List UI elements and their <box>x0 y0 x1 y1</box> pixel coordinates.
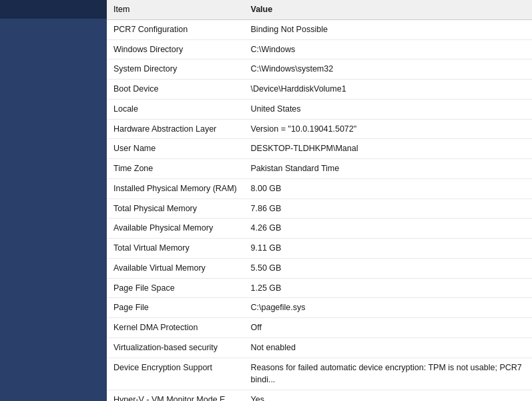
table-cell-item: Time Zone <box>107 159 244 179</box>
table-cell-value: United States <box>244 99 532 119</box>
table-cell-value: Yes <box>244 390 532 402</box>
table-cell-item: Available Physical Memory <box>107 219 244 239</box>
table-cell-item: Hyper-V - VM Monitor Mode E... <box>107 390 244 402</box>
table-row: Boot Device\Device\HarddiskVolume1 <box>107 80 532 100</box>
table-cell-value: 4.26 GB <box>244 219 532 239</box>
table-cell-item: System Directory <box>107 59 244 80</box>
table-cell-item: PCR7 Configuration <box>107 19 244 39</box>
table-cell-item: Boot Device <box>107 80 244 100</box>
table-cell-value: 5.50 GB <box>244 258 532 278</box>
table-cell-item: Installed Physical Memory (RAM) <box>107 178 244 198</box>
table-cell-value: 9.11 GB <box>244 239 532 259</box>
col-header-value: Value <box>244 0 532 19</box>
table-cell-value: Not enabled <box>244 338 532 358</box>
table-row: Windows DirectoryC:\Windows <box>107 39 532 59</box>
table-cell-item: Kernel DMA Protection <box>107 318 244 338</box>
table-cell-item: Virtualization-based security <box>107 338 244 358</box>
table-cell-value: Off <box>244 318 532 338</box>
table-cell-value: Pakistan Standard Time <box>244 159 532 179</box>
table-row: Kernel DMA ProtectionOff <box>107 318 532 338</box>
system-info-table-container: Item Value PCR7 ConfigurationBinding Not… <box>107 0 532 401</box>
table-cell-value: Reasons for failed automatic device encr… <box>244 358 532 390</box>
table-cell-item: Locale <box>107 99 244 119</box>
table-row: Hardware Abstraction LayerVersion = "10.… <box>107 119 532 139</box>
table-cell-item: Total Physical Memory <box>107 198 244 219</box>
table-row: Time ZonePakistan Standard Time <box>107 159 532 179</box>
table-cell-value: 8.00 GB <box>244 178 532 198</box>
table-row: Page FileC:\pagefile.sys <box>107 298 532 318</box>
table-header-row: Item Value <box>107 0 532 19</box>
table-row: System DirectoryC:\Windows\system32 <box>107 59 532 80</box>
table-row: Hyper-V - VM Monitor Mode E...Yes <box>107 390 532 402</box>
table-row: Total Virtual Memory9.11 GB <box>107 239 532 259</box>
table-cell-item: Total Virtual Memory <box>107 239 244 259</box>
table-row: Installed Physical Memory (RAM)8.00 GB <box>107 178 532 198</box>
table-row: Virtualization-based securityNot enabled <box>107 338 532 358</box>
table-row: Total Physical Memory7.86 GB <box>107 198 532 219</box>
col-header-item: Item <box>107 0 244 19</box>
table-row: LocaleUnited States <box>107 99 532 119</box>
table-row: PCR7 ConfigurationBinding Not Possible <box>107 19 532 39</box>
table-cell-value: Version = "10.0.19041.5072" <box>244 119 532 139</box>
system-info-table: Item Value PCR7 ConfigurationBinding Not… <box>107 0 532 401</box>
table-cell-value: C:\Windows <box>244 39 532 59</box>
table-cell-value: \Device\HarddiskVolume1 <box>244 80 532 100</box>
table-row: User NameDESKTOP-TLDHKPM\Manal <box>107 139 532 159</box>
table-cell-value: C:\Windows\system32 <box>244 59 532 80</box>
table-cell-item: User Name <box>107 139 244 159</box>
table-cell-value: Binding Not Possible <box>244 19 532 39</box>
table-row: Available Physical Memory4.26 GB <box>107 219 532 239</box>
left-sidebar <box>0 19 107 401</box>
table-cell-value: 1.25 GB <box>244 278 532 298</box>
table-cell-item: Device Encryption Support <box>107 358 244 390</box>
table-cell-value: DESKTOP-TLDHKPM\Manal <box>244 139 532 159</box>
table-row: Available Virtual Memory5.50 GB <box>107 258 532 278</box>
table-cell-item: Available Virtual Memory <box>107 258 244 278</box>
table-cell-item: Hardware Abstraction Layer <box>107 119 244 139</box>
table-cell-item: Page File Space <box>107 278 244 298</box>
table-cell-value: 7.86 GB <box>244 198 532 219</box>
table-row: Device Encryption SupportReasons for fai… <box>107 358 532 390</box>
table-cell-item: Page File <box>107 298 244 318</box>
table-row: Page File Space1.25 GB <box>107 278 532 298</box>
table-cell-value: C:\pagefile.sys <box>244 298 532 318</box>
table-cell-item: Windows Directory <box>107 39 244 59</box>
